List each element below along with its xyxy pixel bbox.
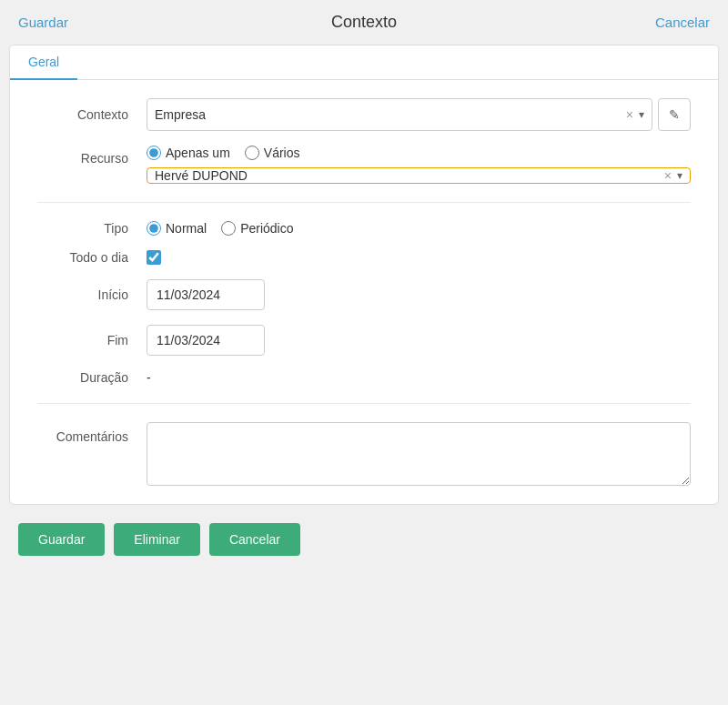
- tabs: Geral: [10, 45, 718, 80]
- recurso-radio-apenas-um-label: Apenas um: [166, 146, 230, 160]
- edit-icon: ✎: [669, 107, 680, 122]
- recurso-radio-group: Apenas um Vários: [147, 146, 691, 160]
- tipo-radio-normal-label: Normal: [166, 221, 207, 236]
- form-body: Contexto Empresa × ▾ ✎ Recurso: [10, 80, 718, 504]
- inicio-input[interactable]: [147, 279, 265, 310]
- fim-control: [147, 325, 691, 356]
- contexto-clear-icon[interactable]: ×: [626, 107, 633, 122]
- recurso-wrap: Apenas um Vários Hervé DUPOND ×: [147, 146, 691, 184]
- comentarios-label: Comentários: [37, 422, 147, 444]
- contexto-select[interactable]: Empresa × ▾: [147, 98, 652, 131]
- tipo-row: Tipo Normal Periódico: [37, 221, 691, 236]
- tipo-radio-periodico-label: Periódico: [240, 221, 293, 236]
- todo-dia-control: [147, 250, 691, 265]
- fim-label: Fim: [37, 333, 147, 347]
- main-card: Geral Contexto Empresa × ▾ ✎: [9, 45, 719, 505]
- todo-dia-row: Todo o dia: [37, 250, 691, 265]
- section-schedule: Tipo Normal Periódico: [37, 221, 691, 404]
- recurso-radio-varios[interactable]: Vários: [245, 146, 300, 160]
- recurso-radio-varios-label: Vários: [264, 146, 300, 160]
- contexto-edit-button[interactable]: ✎: [658, 98, 691, 131]
- recurso-clear-icon[interactable]: ×: [664, 168, 672, 183]
- recurso-dropdown-icon[interactable]: ▾: [677, 169, 682, 182]
- todo-dia-checkbox-label[interactable]: [147, 250, 161, 265]
- tipo-radio-group: Normal Periódico: [147, 221, 294, 236]
- cancel-button[interactable]: Cancelar: [209, 523, 300, 556]
- tipo-label: Tipo: [37, 221, 147, 236]
- duracao-label: Duração: [37, 370, 147, 385]
- tipo-control: Normal Periódico: [147, 221, 691, 236]
- page-title: Contexto: [82, 13, 646, 32]
- duracao-control: -: [147, 370, 691, 385]
- contexto-row: Contexto Empresa × ▾ ✎: [37, 98, 691, 131]
- recurso-row: Recurso Apenas um Vár: [37, 146, 691, 184]
- comentarios-row: Comentários: [37, 422, 691, 486]
- recurso-control: Apenas um Vários Hervé DUPOND ×: [147, 146, 691, 184]
- contexto-dropdown-icon[interactable]: ▾: [639, 108, 644, 121]
- recurso-value: Hervé DUPOND: [155, 168, 664, 183]
- recurso-select[interactable]: Hervé DUPOND × ▾: [147, 167, 691, 184]
- todo-dia-label: Todo o dia: [37, 250, 147, 265]
- contexto-value: Empresa: [155, 107, 626, 122]
- inicio-label: Início: [37, 287, 147, 302]
- duracao-row: Duração -: [37, 370, 691, 385]
- footer-buttons: Guardar Eliminar Cancelar: [0, 505, 728, 574]
- fim-row: Fim: [37, 325, 691, 356]
- contexto-control: Empresa × ▾ ✎: [147, 98, 691, 131]
- tab-geral[interactable]: Geral: [10, 45, 77, 80]
- recurso-label: Recurso: [37, 146, 147, 166]
- header-save-link[interactable]: Guardar: [18, 15, 82, 30]
- contexto-label: Contexto: [37, 107, 147, 122]
- header: Guardar Contexto Cancelar: [0, 0, 728, 45]
- section-comentarios: Comentários: [37, 422, 691, 486]
- inicio-control: [147, 279, 691, 310]
- inicio-row: Início: [37, 279, 691, 310]
- header-cancel-link[interactable]: Cancelar: [646, 15, 710, 30]
- save-button[interactable]: Guardar: [18, 523, 105, 556]
- tipo-radio-normal[interactable]: Normal: [147, 221, 207, 236]
- recurso-radio-apenas-um[interactable]: Apenas um: [147, 146, 230, 160]
- section-contexto-recurso: Contexto Empresa × ▾ ✎ Recurso: [37, 98, 691, 203]
- delete-button[interactable]: Eliminar: [114, 523, 200, 556]
- duracao-value: -: [147, 370, 151, 385]
- fim-input[interactable]: [147, 325, 265, 356]
- comentarios-textarea[interactable]: [147, 422, 691, 486]
- tipo-radio-periodico[interactable]: Periódico: [221, 221, 293, 236]
- comentarios-control: [147, 422, 691, 486]
- todo-dia-checkbox[interactable]: [147, 250, 161, 265]
